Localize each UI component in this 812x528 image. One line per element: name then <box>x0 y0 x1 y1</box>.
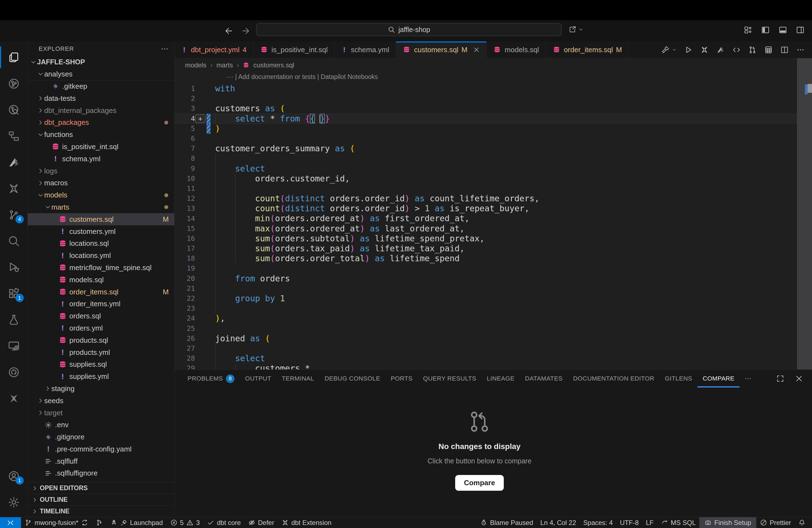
activity-item-dbt-power-user[interactable] <box>0 175 28 202</box>
panel-tab-debug-console[interactable]: DEBUG CONSOLE <box>319 370 386 387</box>
editor-scrollbar[interactable] <box>797 58 812 369</box>
tree-item-metricflow_time_spine.sql[interactable]: metricflow_time_spine.sql <box>28 262 174 274</box>
panel-tab-documentation-editor[interactable]: DOCUMENTATION EDITOR <box>568 370 659 387</box>
status-encoding[interactable]: UTF-8 <box>617 517 642 528</box>
status-source-control-graph[interactable] <box>92 517 106 528</box>
code-line-13[interactable]: 13 count(distinct orders.order_id) > 1 a… <box>175 204 797 214</box>
scrollbar-thumb[interactable] <box>808 84 812 93</box>
tree-item-supplies.yml[interactable]: !supplies.yml <box>28 371 174 383</box>
tree-item-analyses[interactable]: analyses <box>28 68 174 80</box>
tab-customers.sql[interactable]: customers.sqlM <box>396 41 487 58</box>
panel-tab-problems[interactable]: PROBLEMS8 <box>182 370 240 387</box>
code-line-14[interactable]: 14 min(orders.ordered_at) as first_order… <box>175 214 797 223</box>
panel-tab-ports[interactable]: PORTS <box>386 370 418 387</box>
tab-schema.yml[interactable]: !schema.yml <box>335 41 396 58</box>
code-line-7[interactable]: 7customer_orders_summary as ( <box>175 144 797 153</box>
tree-item-jaffle-shop[interactable]: JAFFLE-SHOP <box>28 56 174 68</box>
breadcrumb-item[interactable]: models <box>185 61 206 69</box>
tree-item-marts[interactable]: marts <box>28 201 174 214</box>
tree-item-customers.yml[interactable]: !customers.yml <box>28 225 174 237</box>
tree-item-data-tests[interactable]: data-tests <box>28 92 174 104</box>
code-line-19[interactable]: 19 <box>175 263 797 274</box>
activity-item-lineage[interactable] <box>0 123 28 149</box>
activity-item-extensions[interactable]: 1 <box>0 280 28 307</box>
section-outline[interactable]: OUTLINE <box>28 494 174 505</box>
code-line-18[interactable]: 18 sum(orders.order_total) as lifetime_s… <box>175 253 797 263</box>
more-actions-icon[interactable] <box>796 46 805 54</box>
activity-item-search[interactable] <box>0 228 28 254</box>
code-line-22[interactable]: 22 group by 1 <box>175 294 797 304</box>
tree-item-order_items.sql[interactable]: order_items.sqlM <box>28 286 174 298</box>
tree-item-.sqlfluff[interactable]: .sqlfluff <box>28 455 174 467</box>
status-problems[interactable]: 53 <box>166 517 204 528</box>
tree-item-seeds[interactable]: seeds <box>28 395 174 407</box>
panel-tab-query-results[interactable]: QUERY RESULTS <box>418 370 482 387</box>
activity-item-source-control[interactable]: 4 <box>0 202 28 228</box>
status-finish-setup[interactable]: Finish Setup <box>699 517 756 528</box>
close-tab-icon[interactable] <box>473 46 480 53</box>
status-notifications[interactable] <box>795 517 809 528</box>
breadcrumb[interactable]: models›marts›customers.sql <box>175 58 812 72</box>
add-breakpoint-button[interactable]: + <box>195 114 205 123</box>
tree-item-products.yml[interactable]: !products.yml <box>28 346 174 358</box>
tree-item-staging[interactable]: staging <box>28 383 174 395</box>
activity-item-dbt-power-user-alt[interactable] <box>0 385 28 411</box>
remote-indicator[interactable] <box>0 517 21 528</box>
codelens-actions[interactable]: ··· | Add documentation or tests | Datap… <box>227 73 378 80</box>
code-line-25[interactable]: 25 <box>175 324 797 334</box>
dbt-power-user-icon[interactable] <box>700 46 709 54</box>
status-eol[interactable]: LF <box>642 517 657 528</box>
code-line-10[interactable]: 10 orders.customer_id, <box>175 174 797 184</box>
status-prettier[interactable]: Prettier <box>756 517 795 528</box>
code-line-3[interactable]: 3customers as ( <box>175 104 797 114</box>
code-line-5[interactable]: 5) <box>175 124 797 134</box>
code-line-24[interactable]: 24), <box>175 313 797 323</box>
tree-item-products.sql[interactable]: products.sql <box>28 334 174 346</box>
activity-item-testing[interactable] <box>0 307 28 333</box>
activity-item-run-and-debug[interactable] <box>0 254 28 280</box>
tree-item-functions[interactable]: functions <box>28 129 174 141</box>
activity-item-github[interactable] <box>0 359 28 385</box>
code-line-15[interactable]: 15 max(orders.ordered_at) as last_ordere… <box>175 224 797 234</box>
panel-tab-compare[interactable]: COMPARE <box>697 370 740 387</box>
tree-item-supplies.sql[interactable]: supplies.sql <box>28 358 174 371</box>
code-line-11[interactable]: 11 <box>175 184 797 194</box>
tree-item-.gitkeep[interactable]: .gitkeep <box>28 80 174 92</box>
dbt-icon[interactable] <box>716 46 725 54</box>
tree-item-dbt_packages[interactable]: dbt_packages <box>28 117 174 129</box>
panel-tab-output[interactable]: OUTPUT <box>240 370 276 387</box>
layout-custom-icon[interactable] <box>743 25 753 34</box>
tree-item-orders.yml[interactable]: !orders.yml <box>28 322 174 334</box>
activity-item-dbt[interactable] <box>0 149 28 175</box>
maximize-panel-icon[interactable] <box>776 375 784 383</box>
query-table-icon[interactable] <box>764 46 773 54</box>
tree-item-.sqlfluffignore[interactable]: .sqlfluffignore <box>28 467 174 480</box>
code-line-17[interactable]: 17 sum(orders.tax_paid) as lifetime_tax_… <box>175 244 797 253</box>
layout-panel-icon[interactable] <box>778 25 787 34</box>
tab-dbt_project.yml[interactable]: !dbt_project.yml4 <box>175 41 253 58</box>
editor[interactable]: models›marts›customers.sql ··· | Add doc… <box>175 58 812 369</box>
activity-item-explorer[interactable] <box>0 44 28 70</box>
code-line-9[interactable]: 9 select <box>175 164 797 174</box>
tab-models.sql[interactable]: models.sql <box>487 41 546 58</box>
code-line-20[interactable]: 20 from orders <box>175 274 797 283</box>
status-launchpad[interactable]: Launchpad <box>106 517 166 528</box>
tree-item-customers.sql[interactable]: customers.sqlM <box>28 213 174 225</box>
activity-item-settings[interactable] <box>0 489 28 515</box>
code-line-27[interactable]: 27 <box>175 343 797 353</box>
section-open-editors[interactable]: OPEN EDITORS <box>28 482 174 494</box>
git-pull-request-icon[interactable] <box>748 46 757 54</box>
code-line-4[interactable]: 4+ select * from {{ }} <box>175 114 797 124</box>
status-language-mode[interactable]: MS SQL <box>657 517 700 528</box>
status-indentation[interactable]: Spaces: 4 <box>580 517 617 528</box>
status-dbt-extension[interactable]: dbt Extension <box>278 517 335 528</box>
tree-item-locations.sql[interactable]: locations.sql <box>28 237 174 250</box>
tree-item-target[interactable]: target <box>28 407 174 419</box>
code-line-29[interactable]: 29 customers.*, <box>175 363 797 369</box>
close-panel-icon[interactable] <box>795 375 803 383</box>
status-defer[interactable]: Defer <box>244 517 278 528</box>
activity-item-remote-explorer[interactable] <box>0 333 28 359</box>
compare-button[interactable]: Compare <box>455 475 504 491</box>
layout-sidebar-right-icon[interactable] <box>796 25 805 34</box>
nav-back-icon[interactable] <box>224 26 234 35</box>
